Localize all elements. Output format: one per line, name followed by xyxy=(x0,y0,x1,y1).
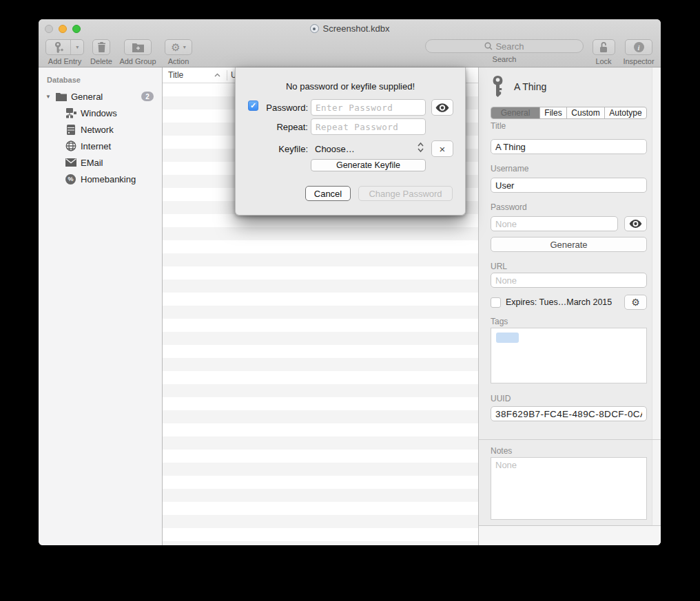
table-row[interactable] xyxy=(163,515,478,528)
toolbar: ▾ Add Entry Delete Add Group xyxy=(39,38,661,67)
search-label: Search xyxy=(493,55,517,63)
group-label: Homebanking xyxy=(81,174,136,184)
table-row[interactable] xyxy=(163,306,478,319)
table-row[interactable] xyxy=(163,227,478,240)
table-row[interactable] xyxy=(163,502,478,515)
disclosure-triangle-icon[interactable]: ▼ xyxy=(45,94,55,100)
table-row[interactable] xyxy=(163,293,478,306)
tags-box[interactable] xyxy=(491,328,647,383)
table-row[interactable] xyxy=(163,463,478,476)
expires-checkbox[interactable] xyxy=(491,297,501,308)
add-entry-button[interactable]: ▾ xyxy=(45,39,84,55)
username-field[interactable] xyxy=(491,178,647,193)
unlock-icon xyxy=(599,41,608,53)
entry-header: A Thing xyxy=(491,76,546,98)
network-computers-icon xyxy=(65,107,76,119)
table-row[interactable] xyxy=(163,358,478,371)
column-header-title[interactable]: Title xyxy=(163,70,214,80)
expires-label: Expires: Tues…March 2015 xyxy=(506,297,624,307)
window-title-row: Screenshot.kdbx xyxy=(39,19,661,38)
notes-field-label: Notes xyxy=(491,446,512,456)
url-field[interactable] xyxy=(491,273,647,288)
sidebar-item-general[interactable]: ▼ General 2 xyxy=(39,88,162,105)
window-title: Screenshot.kdbx xyxy=(323,23,390,34)
folder-plus-icon xyxy=(132,43,144,52)
add-entry-dropdown-arrow[interactable]: ▾ xyxy=(71,40,83,54)
table-row[interactable] xyxy=(163,345,478,358)
notes-field[interactable] xyxy=(491,457,647,520)
tab-custom[interactable]: Custom xyxy=(567,107,605,118)
table-row[interactable] xyxy=(163,266,478,280)
action-button[interactable]: ⚙ ▾ xyxy=(165,39,192,55)
search-placeholder: Search xyxy=(495,41,524,52)
notes-divider xyxy=(479,439,661,440)
url-field-label: URL xyxy=(491,262,507,271)
table-row[interactable] xyxy=(163,384,478,397)
enter-password-input[interactable] xyxy=(311,99,426,116)
macpass-window: Screenshot.kdbx ▾ Add Entry xyxy=(39,19,661,545)
table-row[interactable] xyxy=(163,332,478,345)
trash-icon xyxy=(97,42,106,52)
table-row[interactable] xyxy=(163,528,478,541)
add-group-button[interactable] xyxy=(124,39,152,55)
table-row[interactable] xyxy=(163,280,478,293)
sidebar-item-internet[interactable]: Internet xyxy=(39,138,162,154)
table-row[interactable] xyxy=(163,240,478,253)
table-row[interactable] xyxy=(163,436,478,450)
password-field[interactable] xyxy=(491,216,618,231)
server-icon xyxy=(65,124,76,136)
cancel-button[interactable]: Cancel xyxy=(305,186,351,201)
title-field[interactable] xyxy=(491,139,647,154)
sidebar-item-email[interactable]: EMail xyxy=(39,154,162,171)
generate-password-button[interactable]: Generate xyxy=(491,237,647,252)
group-label: Network xyxy=(81,125,114,135)
repeat-password-input[interactable] xyxy=(311,118,426,135)
lock-label: Lock xyxy=(595,57,611,65)
inspector-button[interactable]: i xyxy=(625,39,652,55)
keyfile-popup[interactable]: Choose… xyxy=(315,144,355,154)
tab-files[interactable]: Files xyxy=(540,107,567,118)
table-row[interactable] xyxy=(163,214,478,227)
checkmark-icon: ✓ xyxy=(250,101,256,110)
toolbar-item-delete: Delete xyxy=(87,39,116,65)
change-password-button[interactable]: Change Password xyxy=(358,186,453,201)
stepper-icon[interactable] xyxy=(418,142,424,153)
password-field-label: Password xyxy=(491,202,527,212)
gear-icon: ⚙ xyxy=(171,42,180,52)
show-password-button[interactable] xyxy=(624,216,647,231)
reveal-password-button[interactable] xyxy=(431,99,453,116)
delete-button[interactable] xyxy=(92,39,110,55)
table-row[interactable] xyxy=(163,450,478,463)
search-input[interactable]: Search xyxy=(425,39,584,53)
toolbar-item-add-group: Add Group xyxy=(116,39,160,65)
envelope-icon xyxy=(65,157,76,169)
table-row[interactable] xyxy=(163,541,478,545)
clear-keyfile-button[interactable]: × xyxy=(431,140,453,157)
table-row[interactable] xyxy=(163,489,478,502)
uuid-field[interactable] xyxy=(491,406,647,421)
table-row[interactable] xyxy=(163,319,478,332)
sidebar-item-network[interactable]: Network xyxy=(39,121,162,138)
tab-general[interactable]: General xyxy=(491,107,540,118)
tab-autotype[interactable]: Autotype xyxy=(605,107,646,118)
table-row[interactable] xyxy=(163,253,478,266)
table-row[interactable] xyxy=(163,476,478,489)
table-row[interactable] xyxy=(163,397,478,410)
expires-settings-button[interactable]: ⚙ xyxy=(624,295,647,310)
expires-row: Expires: Tues…March 2015 ⚙ xyxy=(491,295,647,310)
table-row[interactable] xyxy=(163,423,478,436)
inspector-footer xyxy=(479,525,661,545)
titlebar[interactable]: Screenshot.kdbx xyxy=(39,19,661,38)
sidebar-item-homebanking[interactable]: % Homebanking xyxy=(39,171,162,187)
table-row[interactable] xyxy=(163,410,478,423)
column-separator[interactable] xyxy=(227,70,227,81)
table-row[interactable] xyxy=(163,371,478,384)
sort-ascending-icon xyxy=(214,73,220,77)
lock-button[interactable] xyxy=(593,39,615,55)
password-label: Password: xyxy=(256,103,308,113)
sidebar-item-windows[interactable]: Windows xyxy=(39,105,162,121)
sidebar-section-header: Database xyxy=(39,73,162,88)
tag-chip[interactable] xyxy=(496,333,519,343)
generate-keyfile-button[interactable]: Generate Keyfile xyxy=(311,159,426,171)
inspector-scrollbar[interactable] xyxy=(652,67,660,525)
